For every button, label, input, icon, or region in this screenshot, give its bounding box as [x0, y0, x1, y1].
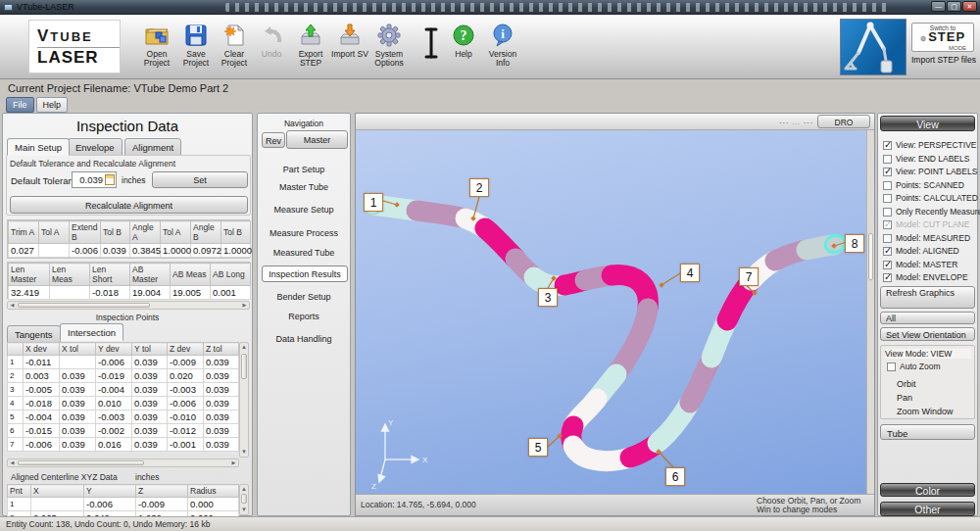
nav-measure-setup[interactable]: Measure Setup [258, 205, 350, 215]
tube-button[interactable]: Tube [880, 424, 975, 440]
checkbox-only-recently-measured[interactable]: Only Recently Measured [883, 207, 980, 217]
inspection-points-heading: Inspection Points [3, 313, 252, 322]
logo-line1: VTUBE [37, 26, 120, 46]
menu-help[interactable]: Help [36, 97, 69, 113]
rev-button[interactable]: Rev [262, 132, 285, 148]
axis-triad: Y X Z [371, 418, 428, 491]
recalculate-alignment-button[interactable]: Recalculate Alignment [10, 196, 248, 214]
viewport-statusbar: Location: 14.765, -5.694, 0.000 Choose O… [356, 494, 874, 515]
point-label-8: 8 [845, 234, 864, 253]
nav-reports[interactable]: Reports [258, 312, 350, 321]
checkbox-model-envelope[interactable]: Model: ENVELOPE [883, 272, 968, 282]
checkbox-model-measured[interactable]: Model: MEASURED [883, 233, 970, 243]
all-button[interactable]: All [880, 312, 975, 324]
svg-text:i: i [501, 26, 505, 41]
view-header-button[interactable]: View [880, 116, 975, 131]
scene-3d-canvas[interactable]: Y X Z 1 2 3 4 5 6 7 8 [356, 130, 866, 496]
scene-vscrollbar[interactable] [866, 130, 874, 496]
refresh-graphics-button[interactable]: Refresh Graphics [880, 286, 975, 309]
point-label-7: 7 [739, 267, 759, 286]
label-leader-lines [383, 197, 847, 467]
point-label-3: 3 [538, 288, 558, 307]
help-button[interactable]: ? Help [444, 23, 483, 59]
point-label-4: 4 [680, 264, 700, 282]
nav-measure-process[interactable]: Measure Process [258, 228, 350, 238]
menu-bar: File Help [6, 97, 68, 113]
centerline-heading: Aligned Centerline XYZ Data [11, 472, 118, 482]
mode-zoom-window[interactable]: Zoom Window [897, 407, 954, 416]
maximize-button[interactable]: ▢ [947, 1, 961, 12]
menu-file[interactable]: File [6, 97, 34, 113]
logo-line2: LASER [37, 47, 120, 68]
master-button[interactable]: Master [286, 130, 348, 149]
checkbox-model-aligned[interactable]: Model: ALIGNED [883, 246, 959, 256]
checkbox-view-end-labels[interactable]: View: END LABELS [883, 154, 969, 164]
checkbox-points-calculated[interactable]: Points: CALCULATED [883, 193, 978, 203]
tab-alignment[interactable]: Alignment [124, 138, 181, 156]
axis-y-label: Y [388, 418, 394, 427]
points-row-3: 3 -0.005 0.039 -0.004 0.039 -0.003 0.039 [8, 383, 239, 397]
version-info-button[interactable]: i Version Info [483, 23, 522, 68]
checkbox-checked-icon [883, 168, 892, 176]
tolerance-group: Default Tolerance and Recalculate Alignm… [6, 155, 251, 216]
checkbox-auto-zoom[interactable]: Auto Zoom [887, 362, 941, 371]
switch-to-step-mode-button[interactable]: Switch to STEP MODE [911, 23, 974, 52]
point-label-1: 1 [364, 193, 383, 212]
tab-envelope[interactable]: Envelope [68, 138, 122, 156]
nav-measured-tube[interactable]: Measured Tube [258, 248, 350, 258]
set-view-orientation-button[interactable]: Set View Orientation [880, 327, 975, 341]
checkbox-view-point-labels[interactable]: View: POINT LABELS [883, 167, 977, 176]
tab-intersection[interactable]: Intersection [60, 323, 123, 341]
checkbox-unchecked-icon [883, 181, 892, 190]
import-sv-button[interactable]: Import SV [330, 23, 369, 59]
length-table-hscrollbar[interactable]: ◀▶ [7, 301, 250, 310]
point-label-5: 5 [528, 438, 548, 457]
tab-main-setup[interactable]: Main Setup [7, 138, 70, 156]
checkbox-model-cut-plane: Model: CUT PLANE [883, 219, 969, 229]
length-table: Len Master Len Meas Len Short AB Master … [8, 263, 251, 300]
minimize-button[interactable]: — [931, 1, 946, 12]
trim-table: Trim A Tol A Extend B Tol B Angle A Tol … [8, 220, 251, 258]
nav-bender-setup[interactable]: Bender Setup [258, 292, 350, 302]
centerline-table-vscrollbar[interactable]: ▲▼ [239, 484, 249, 515]
tolerance-heading: Default Tolerance and Recalculate Alignm… [10, 159, 175, 169]
nav-inspection-results[interactable]: Inspection Results [262, 266, 348, 282]
floppy-disk-icon [183, 23, 209, 48]
system-options-button[interactable]: System Options [369, 23, 409, 68]
mode-hint: Choose Orbit, Pan, or Zoom Win to change… [757, 497, 866, 514]
nav-data-handling[interactable]: Data Handling [258, 334, 350, 344]
close-button[interactable]: ✕ [962, 1, 977, 12]
points-table-hscrollbar[interactable]: ◀▶ [7, 459, 239, 467]
color-button[interactable]: Color [880, 483, 975, 497]
status-bar: Entity Count: 138, Undo Count: 0, Undo M… [0, 516, 980, 531]
mode-orbit[interactable]: Orbit [897, 379, 916, 389]
checkbox-points-scanned[interactable]: Points: SCANNED [883, 180, 964, 190]
points-table-box: X dev X tol Y dev Y tol Z dev Z tol 1 -0… [7, 342, 238, 452]
points-table: X dev X tol Y dev Y tol Z dev Z tol 1 -0… [7, 342, 239, 452]
checkbox-unchecked-icon [883, 234, 892, 243]
mode-pan[interactable]: Pan [897, 393, 912, 403]
open-project-button[interactable]: Open Project [137, 23, 176, 68]
points-row-1: 1 -0.011 0.039 -0.006 0.039 -0.009 0.039 [8, 356, 239, 369]
checkbox-view-perspective[interactable]: View: PERSPECTIVE [883, 140, 977, 150]
points-table-vscrollbar[interactable]: ▲▼ [239, 342, 249, 458]
clear-project-button[interactable]: Clear Project [215, 23, 254, 68]
checkbox-checked-icon [883, 141, 892, 150]
tab-tangents[interactable]: Tangents [7, 325, 61, 343]
other-button[interactable]: Other [880, 502, 975, 516]
app-icon [4, 4, 13, 11]
current-project-filename: Current Project Filename: VTube Demo Par… [8, 82, 228, 94]
save-project-button[interactable]: Save Project [176, 23, 216, 68]
nav-part-setup[interactable]: Part Setup [258, 165, 350, 174]
set-button[interactable]: Set [152, 171, 248, 188]
trim-table-box: Trim A Tol A Extend B Tol B Angle A Tol … [7, 219, 250, 259]
help-icon: ? [451, 23, 476, 48]
dro-button[interactable]: DRO [817, 115, 870, 128]
checkbox-model-master[interactable]: Model: MASTER [883, 260, 957, 269]
view-mode-group: View Mode: VIEW Auto Zoom Orbit Pan Zoom… [880, 345, 975, 419]
nav-master-tube[interactable]: Master Tube [258, 182, 350, 192]
tolerance-input-icon[interactable] [105, 174, 115, 185]
export-step-button[interactable]: Export STEP [291, 23, 330, 68]
undo-arrow-icon [259, 23, 284, 48]
length-table-box: Len Master Len Meas Len Short AB Master … [7, 262, 250, 299]
